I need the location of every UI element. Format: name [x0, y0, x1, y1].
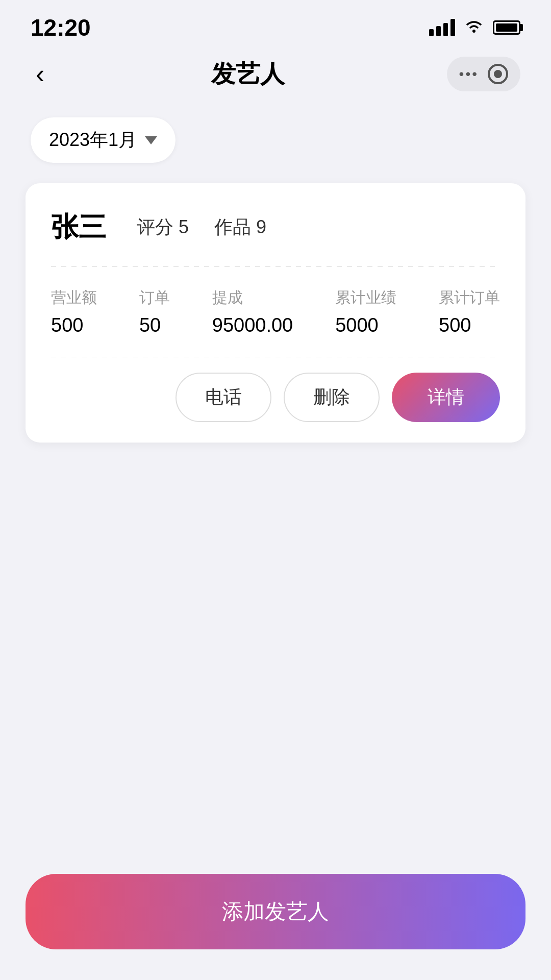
signal-icon: [429, 19, 455, 36]
delete-button[interactable]: 删除: [284, 373, 380, 422]
add-artist-button[interactable]: 添加发艺人: [26, 874, 525, 949]
more-icon[interactable]: •••: [459, 66, 479, 82]
nav-bar: ‹ 发艺人 •••: [0, 46, 551, 102]
stat-commission: 提成 95000.00: [212, 287, 293, 336]
record-icon: [494, 70, 502, 78]
cumulative-revenue-label: 累计业绩: [335, 287, 396, 308]
card-container: 张三 评分 5 作品 9 营业额 500 订单: [0, 173, 551, 453]
battery-icon: [493, 20, 520, 35]
artist-card: 张三 评分 5 作品 9 营业额 500 订单: [26, 183, 525, 443]
status-time: 12:20: [31, 14, 91, 41]
orders-value: 50: [139, 314, 170, 336]
stats-row: 营业额 500 订单 50 提成 95000.00 累计业绩 5000 累计订单: [51, 272, 500, 352]
nav-actions[interactable]: •••: [447, 57, 520, 91]
commission-value: 95000.00: [212, 314, 293, 336]
artist-name: 张三: [51, 209, 106, 246]
divider-top: [51, 266, 500, 267]
chevron-down-icon: [145, 136, 157, 144]
stat-cumulative-revenue: 累计业绩 5000: [335, 287, 396, 336]
cumulative-revenue-value: 5000: [335, 314, 396, 336]
cumulative-orders-label: 累计订单: [439, 287, 500, 308]
artist-header: 张三 评分 5 作品 9: [51, 209, 500, 246]
wifi-icon: [464, 18, 484, 38]
revenue-label: 营业额: [51, 287, 97, 308]
commission-label: 提成: [212, 287, 293, 308]
stat-cumulative-orders: 累计订单 500: [439, 287, 500, 336]
rating-label: 评分 5: [137, 215, 189, 240]
revenue-value: 500: [51, 314, 97, 336]
phone-button[interactable]: 电话: [176, 373, 271, 422]
cumulative-orders-value: 500: [439, 314, 500, 336]
record-button[interactable]: [488, 64, 508, 84]
date-label: 2023年1月: [49, 128, 137, 153]
date-selector-container: 2023年1月: [0, 102, 551, 173]
date-selector[interactable]: 2023年1月: [31, 117, 176, 163]
stat-orders: 订单 50: [139, 287, 170, 336]
detail-button[interactable]: 详情: [392, 373, 500, 422]
page-title: 发艺人: [211, 58, 285, 90]
orders-label: 订单: [139, 287, 170, 308]
works-label: 作品 9: [214, 215, 266, 240]
stat-revenue: 营业额 500: [51, 287, 97, 336]
back-button[interactable]: ‹: [31, 54, 49, 94]
divider-bottom: [51, 357, 500, 357]
svg-point-0: [472, 30, 475, 33]
artist-stats-header: 评分 5 作品 9: [137, 215, 266, 240]
status-icons: [429, 18, 520, 38]
action-buttons: 电话 删除 详情: [51, 362, 500, 422]
status-bar: 12:20: [0, 0, 551, 46]
